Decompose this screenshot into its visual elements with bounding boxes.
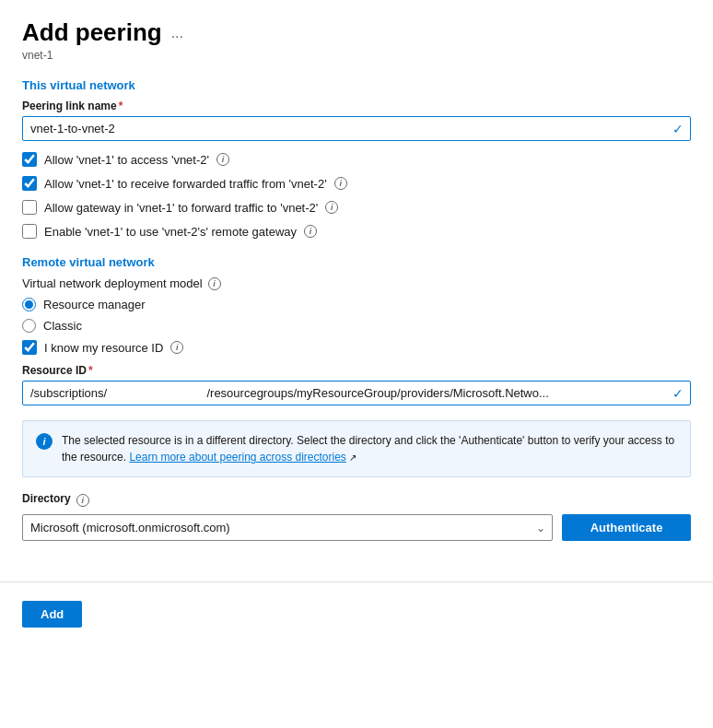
allow-gateway-info-icon[interactable]: i bbox=[325, 201, 338, 214]
page-title: Add peering bbox=[22, 18, 162, 47]
classic-radio-row: Classic bbox=[22, 319, 691, 333]
directory-row: Microsoft (microsoft.onmicrosoft.com) ⌄ … bbox=[22, 514, 691, 541]
allow-access-checkbox-row: Allow 'vnet-1' to access 'vnet-2' i bbox=[22, 152, 691, 167]
deployment-model-info-icon[interactable]: i bbox=[208, 277, 221, 290]
allow-gateway-label: Allow gateway in 'vnet-1' to forward tra… bbox=[44, 201, 318, 215]
know-resource-id-info-icon[interactable]: i bbox=[170, 341, 183, 354]
input-valid-icon: ✓ bbox=[672, 122, 684, 136]
allow-gateway-checkbox[interactable] bbox=[22, 200, 37, 215]
allow-gateway-checkbox-row: Allow gateway in 'vnet-1' to forward tra… bbox=[22, 200, 691, 215]
peering-link-name-input[interactable] bbox=[22, 116, 691, 141]
resource-id-label: Resource ID* bbox=[22, 364, 691, 377]
directory-select-wrapper: Microsoft (microsoft.onmicrosoft.com) ⌄ bbox=[22, 514, 553, 541]
allow-access-checkbox[interactable] bbox=[22, 152, 37, 167]
resource-manager-radio[interactable] bbox=[22, 298, 36, 311]
add-button[interactable]: Add bbox=[22, 601, 82, 628]
remote-vnet-section-label: Remote virtual network bbox=[22, 255, 691, 269]
learn-more-link[interactable]: Learn more about peering across director… bbox=[129, 451, 345, 464]
allow-access-info-icon[interactable]: i bbox=[216, 153, 229, 166]
allow-forwarded-checkbox-row: Allow 'vnet-1' to receive forwarded traf… bbox=[22, 176, 691, 191]
info-box-text: The selected resource is in a different … bbox=[62, 432, 677, 465]
info-box-icon: i bbox=[36, 433, 53, 450]
classic-label: Classic bbox=[43, 319, 82, 333]
enable-remote-gateway-label: Enable 'vnet-1' to use 'vnet-2's' remote… bbox=[44, 225, 297, 239]
know-resource-id-label: I know my resource ID bbox=[44, 341, 163, 355]
enable-remote-gateway-checkbox-row: Enable 'vnet-1' to use 'vnet-2's' remote… bbox=[22, 224, 691, 239]
page-subtitle: vnet-1 bbox=[22, 49, 691, 62]
info-box: i The selected resource is in a differen… bbox=[22, 420, 691, 477]
directory-select[interactable]: Microsoft (microsoft.onmicrosoft.com) bbox=[22, 514, 553, 541]
allow-forwarded-label: Allow 'vnet-1' to receive forwarded traf… bbox=[44, 177, 327, 191]
deployment-model-label: Virtual network deployment model bbox=[22, 276, 203, 290]
peering-link-name-label: Peering link name* bbox=[22, 100, 691, 112]
know-resource-id-checkbox[interactable] bbox=[22, 340, 37, 355]
know-resource-id-row: I know my resource ID i bbox=[22, 340, 691, 355]
directory-info-icon[interactable]: i bbox=[76, 494, 89, 507]
directory-label: Directory bbox=[22, 492, 71, 505]
authenticate-button[interactable]: Authenticate bbox=[562, 514, 691, 541]
allow-access-label: Allow 'vnet-1' to access 'vnet-2' bbox=[44, 153, 209, 167]
enable-remote-gateway-info-icon[interactable]: i bbox=[304, 225, 317, 238]
resource-manager-label: Resource manager bbox=[43, 298, 146, 311]
resource-id-input[interactable] bbox=[22, 381, 691, 405]
resource-manager-radio-row: Resource manager bbox=[22, 298, 691, 311]
this-vnet-section-label: This virtual network bbox=[22, 78, 691, 92]
page-menu-icon[interactable]: ... bbox=[171, 25, 183, 41]
resource-id-valid-icon: ✓ bbox=[672, 386, 684, 401]
classic-radio[interactable] bbox=[22, 319, 36, 333]
enable-remote-gateway-checkbox[interactable] bbox=[22, 224, 37, 239]
allow-forwarded-info-icon[interactable]: i bbox=[334, 177, 347, 190]
allow-forwarded-checkbox[interactable] bbox=[22, 176, 37, 191]
external-link-icon: ↗ bbox=[349, 452, 356, 463]
